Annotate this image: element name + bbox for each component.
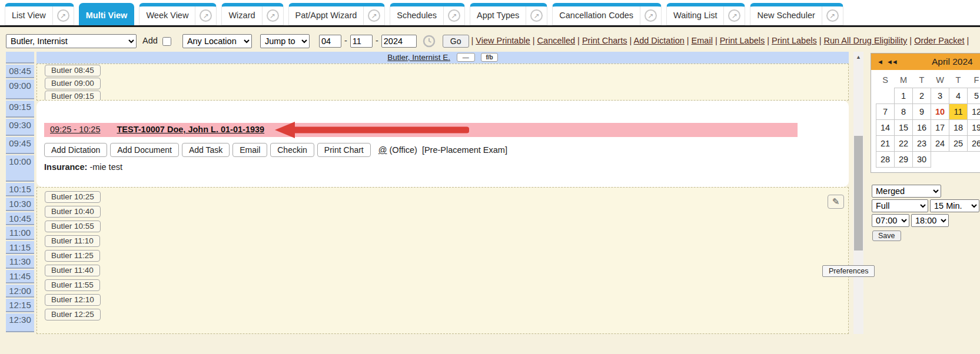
- slot-button-butler-10-25[interactable]: Butler 10:25: [45, 191, 101, 203]
- slot-button-butler-09-15[interactable]: Butler 09:15: [45, 91, 101, 101]
- preferences-button[interactable]: Preferences: [822, 265, 875, 277]
- slot-button-butler-12-25[interactable]: Butler 12:25: [45, 309, 101, 320]
- tab-wizard[interactable]: Wizard↗: [221, 3, 283, 25]
- location-at-link[interactable]: @: [378, 145, 387, 155]
- calendar-prev-icon[interactable]: ◄: [877, 58, 882, 65]
- toolbar-link-order-packet[interactable]: Order Packet: [914, 36, 964, 45]
- scroll-up-icon[interactable]: ▲: [853, 52, 863, 62]
- calendar-day-17[interactable]: 17: [931, 119, 949, 135]
- add-dictation-button[interactable]: Add Dictation: [44, 143, 107, 157]
- toolbar-link-add-dictation[interactable]: Add Dictation: [634, 36, 685, 45]
- calendar-day-2[interactable]: 2: [913, 88, 931, 103]
- external-link-icon[interactable]: ↗: [443, 6, 464, 25]
- calendar-prev-fast-icon[interactable]: ◄◄: [886, 58, 897, 65]
- toolbar-link-email[interactable]: Email: [692, 36, 713, 45]
- tab-schedules[interactable]: Schedules↗: [390, 3, 465, 25]
- calendar-day-7[interactable]: 7: [876, 103, 895, 119]
- toolbar-link-view-printable[interactable]: View Printable: [476, 36, 530, 45]
- fb-button[interactable]: f/b: [481, 53, 497, 62]
- print-chart-button[interactable]: Print Chart: [317, 143, 371, 157]
- slot-button-butler-10-40[interactable]: Butler 10:40: [45, 206, 101, 218]
- slot-button-butler-08-45[interactable]: Butler 08:45: [45, 65, 101, 76]
- slot-button-butler-12-10[interactable]: Butler 12:10: [45, 294, 101, 306]
- calendar-day-15[interactable]: 15: [895, 119, 913, 135]
- calendar-day-5[interactable]: 5: [968, 88, 980, 103]
- appointment-time-link[interactable]: 09:25 - 10:25: [50, 125, 100, 134]
- slot-button-butler-10-55[interactable]: Butler 10:55: [45, 221, 101, 232]
- external-link-icon[interactable]: ↗: [262, 6, 283, 25]
- provider-select[interactable]: Butler, Internist: [6, 34, 137, 48]
- external-link-icon[interactable]: ↗: [52, 6, 74, 25]
- calendar-day-14[interactable]: 14: [876, 119, 895, 135]
- external-link-icon[interactable]: ↗: [822, 6, 843, 25]
- add-document-button[interactable]: Add Document: [110, 143, 179, 157]
- date-year-input[interactable]: [381, 35, 417, 48]
- calendar-day-4[interactable]: 4: [949, 88, 968, 103]
- scrollbar[interactable]: ▲: [853, 52, 863, 334]
- tab-waiting-list[interactable]: Waiting List↗: [666, 3, 745, 25]
- tab-week-view[interactable]: Week View↗: [139, 3, 217, 25]
- tab-new-scheduler[interactable]: New Scheduler↗: [750, 3, 843, 25]
- slot-button-butler-11-40[interactable]: Butler 11:40: [45, 265, 100, 276]
- tab-multi-view[interactable]: Multi View: [79, 3, 135, 25]
- tab-appt-types[interactable]: Appt Types↗: [470, 3, 547, 25]
- external-link-icon[interactable]: ↗: [526, 6, 547, 25]
- tab-list-view[interactable]: List View↗: [5, 3, 74, 25]
- calendar-day-10[interactable]: 10: [931, 103, 949, 119]
- end-time-select[interactable]: 18:00: [911, 214, 949, 227]
- slot-button-butler-11-55[interactable]: Butler 11:55: [45, 279, 100, 291]
- calendar-day-1[interactable]: 1: [895, 88, 913, 103]
- slot-button-butler-09-00[interactable]: Butler 09:00: [45, 78, 101, 89]
- toolbar-link-print-labels[interactable]: Print Labels: [720, 36, 765, 45]
- minimize-column-button[interactable]: —: [457, 53, 475, 62]
- calendar-day-8[interactable]: 8: [895, 103, 913, 119]
- location-select[interactable]: Any Location: [182, 34, 252, 48]
- calendar-day-22[interactable]: 22: [895, 135, 913, 151]
- calendar-day-26[interactable]: 26: [968, 135, 980, 151]
- email-button[interactable]: Email: [232, 143, 267, 157]
- slot-button-butler-11-10[interactable]: Butler 11:10: [45, 235, 100, 247]
- clock-icon[interactable]: [423, 35, 436, 48]
- toolbar-link-print-charts[interactable]: Print Charts: [582, 36, 627, 45]
- view-mode-select[interactable]: Full: [872, 199, 928, 212]
- start-time-select[interactable]: 07:00: [872, 214, 909, 227]
- calendar-day-19[interactable]: 19: [968, 119, 980, 135]
- edit-slots-button[interactable]: ✎: [828, 195, 844, 209]
- external-link-icon[interactable]: ↗: [640, 6, 661, 25]
- checkin-button[interactable]: Checkin: [270, 143, 314, 157]
- tab-cancellation-codes[interactable]: Cancellation Codes↗: [552, 3, 662, 25]
- calendar-day-18[interactable]: 18: [949, 119, 968, 135]
- calendar-day-29[interactable]: 29: [895, 151, 913, 167]
- toolbar-link-cancelled[interactable]: Cancelled: [537, 36, 576, 45]
- toolbar-link-print-labels[interactable]: Print Labels: [772, 36, 817, 45]
- add-checkbox[interactable]: [162, 37, 171, 46]
- tab-pat-appt-wizard[interactable]: Pat/Appt Wizard↗: [288, 3, 386, 25]
- date-month-input[interactable]: [319, 35, 341, 48]
- calendar-day-3[interactable]: 3: [931, 88, 949, 103]
- calendar-day-21[interactable]: 21: [876, 135, 895, 151]
- jump-to-select[interactable]: Jump to: [260, 34, 310, 48]
- merged-select[interactable]: Merged: [872, 185, 941, 198]
- calendar-day-24[interactable]: 24: [931, 135, 949, 151]
- external-link-icon[interactable]: ↗: [363, 6, 384, 25]
- calendar-day-25[interactable]: 25: [949, 135, 968, 151]
- calendar-day-30[interactable]: 30: [913, 151, 931, 167]
- calendar-day-28[interactable]: 28: [876, 151, 895, 167]
- external-link-icon[interactable]: ↗: [195, 6, 216, 25]
- scrollbar-thumb[interactable]: [854, 136, 863, 251]
- calendar-day-16[interactable]: 16: [913, 119, 931, 135]
- interval-select[interactable]: 15 Min.: [930, 199, 979, 212]
- calendar-day-12[interactable]: 12: [968, 103, 980, 119]
- add-task-button[interactable]: Add Task: [182, 143, 230, 157]
- slot-button-butler-11-25[interactable]: Butler 11:25: [45, 250, 100, 262]
- calendar-day-9[interactable]: 9: [913, 103, 931, 119]
- go-button[interactable]: Go: [443, 35, 469, 48]
- calendar-day-23[interactable]: 23: [913, 135, 931, 151]
- external-link-icon[interactable]: ↗: [723, 6, 745, 25]
- save-button[interactable]: Save: [872, 231, 901, 241]
- calendar-day-11[interactable]: 11: [949, 103, 968, 119]
- date-day-input[interactable]: [350, 35, 373, 48]
- toolbar-link-run-all-drug-eligibility[interactable]: Run All Drug Eligibility: [824, 36, 908, 45]
- appointment-patient-link[interactable]: TEST-10007 Doe, John L. 01-01-1939: [117, 125, 265, 134]
- provider-column-link[interactable]: Butler, Internist E.: [387, 53, 450, 62]
